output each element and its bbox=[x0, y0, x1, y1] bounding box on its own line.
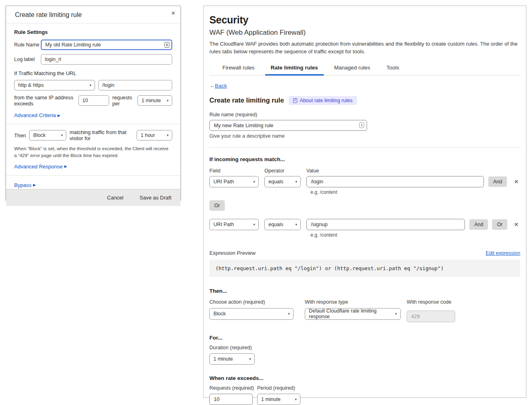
page-description: The Cloudflare WAF provides both automat… bbox=[209, 40, 520, 56]
period-label: Period (required) bbox=[257, 385, 295, 391]
chevron-down-icon: ▾ bbox=[253, 222, 255, 227]
choose-action-label: Choose action (required) bbox=[209, 299, 305, 305]
expression-preview-label: Expression Preview bbox=[209, 250, 255, 256]
requests-label: Requests (required) bbox=[209, 385, 257, 391]
rule-name-label: Rule name (required) bbox=[209, 112, 520, 118]
operator-select[interactable]: equals ▾ bbox=[264, 219, 301, 230]
response-code-label: With response code bbox=[407, 299, 471, 305]
chevron-down-icon: ▾ bbox=[89, 83, 91, 87]
for-heading: For... bbox=[209, 335, 520, 341]
tab-tools[interactable]: Tools bbox=[386, 62, 400, 75]
about-rate-limiting-badge[interactable]: About rate limiting rules bbox=[289, 96, 357, 105]
back-arrow-icon: ← bbox=[209, 83, 215, 89]
rule-settings-heading: Rule Settings bbox=[14, 29, 172, 35]
action-select[interactable]: Block ▾ bbox=[29, 130, 66, 141]
remove-condition-icon[interactable]: ✕ bbox=[512, 220, 520, 229]
tab-managed-rules[interactable]: Managed rules bbox=[334, 62, 371, 75]
document-icon bbox=[293, 98, 297, 103]
log-label-input[interactable] bbox=[41, 54, 172, 65]
value-label: Value bbox=[306, 168, 520, 174]
modal-footer: Cancel Save as Draft bbox=[6, 189, 180, 206]
rule-name-help: Give your rule a descriptive name bbox=[209, 133, 520, 139]
create-rate-limit-modal: Create rate limiting rule × Rule Setting… bbox=[6, 6, 181, 201]
ban-duration-select[interactable]: 1 hour ▾ bbox=[137, 130, 172, 141]
action-select[interactable]: Block ▾ bbox=[209, 308, 293, 320]
divider bbox=[6, 124, 180, 124]
remove-condition-icon[interactable]: ✕ bbox=[512, 178, 520, 186]
chevron-down-icon: ▾ bbox=[253, 180, 255, 184]
chevron-down-icon: ▾ bbox=[295, 222, 297, 227]
threshold-input[interactable] bbox=[78, 95, 109, 106]
chevron-down-icon: ▾ bbox=[295, 180, 297, 184]
operator-select[interactable]: equals ▾ bbox=[264, 176, 301, 187]
bypass-link[interactable]: Bypass ▶ bbox=[14, 182, 36, 188]
edit-expression-link[interactable]: Edit expression bbox=[486, 250, 520, 256]
value-hint: e.g. /content bbox=[310, 189, 520, 195]
field-select[interactable]: URI Path ▾ bbox=[209, 219, 259, 230]
then-text: Then bbox=[14, 132, 26, 138]
divider bbox=[209, 147, 520, 148]
save-as-draft-button[interactable]: Save as Draft bbox=[139, 195, 171, 201]
chevron-down-icon: ▾ bbox=[167, 99, 169, 103]
chevron-right-icon: ▶ bbox=[57, 113, 60, 118]
rate-exceeds-heading: When rate exceeds... bbox=[209, 375, 520, 381]
response-code-input bbox=[407, 311, 455, 322]
chevron-down-icon: ▾ bbox=[288, 312, 290, 316]
operator-label: Operator bbox=[264, 168, 306, 174]
requests-per-text: requests per bbox=[112, 94, 134, 107]
expression-code: (http.request.uri.path eq "/login") or (… bbox=[209, 260, 520, 277]
or-button[interactable]: Or bbox=[492, 219, 507, 230]
and-button[interactable]: And bbox=[488, 176, 507, 187]
duration-select[interactable]: 1 minute ▾ bbox=[209, 353, 255, 365]
modal-header: Create rate limiting rule × bbox=[6, 6, 180, 23]
rule-name-label: Rule Name bbox=[14, 42, 41, 48]
rule-name-input[interactable] bbox=[41, 40, 172, 50]
duration-label: Duration (required) bbox=[209, 345, 520, 350]
or-button[interactable]: Or bbox=[209, 200, 225, 211]
back-link[interactable]: ←Back bbox=[209, 83, 227, 89]
url-input[interactable] bbox=[98, 80, 172, 90]
cancel-button[interactable]: Cancel bbox=[107, 195, 123, 201]
field-select[interactable]: URI Path ▾ bbox=[209, 176, 259, 187]
rate-period-select[interactable]: 1 minute ▾ bbox=[257, 394, 300, 405]
modal-title: Create rate limiting rule bbox=[15, 11, 82, 18]
value-input[interactable] bbox=[306, 219, 465, 230]
advanced-criteria-link[interactable]: Advanced Criteria ▶ bbox=[14, 112, 60, 118]
chevron-down-icon: ▾ bbox=[295, 397, 297, 401]
close-icon[interactable]: × bbox=[171, 10, 175, 17]
value-hint: e.g. /content bbox=[310, 232, 520, 238]
response-type-select[interactable]: Default Cloudflare rate limiting respons… bbox=[305, 308, 401, 320]
page-title: Security bbox=[209, 14, 520, 26]
chevron-down-icon: ▾ bbox=[395, 312, 397, 316]
form-title: Create rate limiting rule bbox=[209, 97, 284, 104]
advanced-response-link[interactable]: Advanced Response ▶ bbox=[14, 164, 67, 170]
scheme-select[interactable]: http & https ▾ bbox=[14, 80, 95, 90]
incoming-requests-heading: If incoming requests match... bbox=[209, 156, 520, 162]
modal-body: Rule Settings Rule Name Log label If Tra… bbox=[6, 23, 180, 189]
chevron-down-icon: ▾ bbox=[167, 133, 169, 137]
period-select[interactable]: 1 minute ▾ bbox=[137, 95, 172, 106]
value-input[interactable] bbox=[306, 176, 484, 187]
threshold-text: from the same IP address exceeds bbox=[14, 94, 75, 107]
tab-rate-limiting-rules[interactable]: Rate limiting rules bbox=[270, 62, 319, 75]
response-type-label: With response type bbox=[305, 299, 407, 305]
rule-name-input[interactable] bbox=[209, 120, 367, 131]
tab-firewall-rules[interactable]: Firewall rules bbox=[222, 62, 255, 75]
condition-row: URI Path ▾ equals ▾ And Or ✕ bbox=[209, 219, 520, 230]
matching-text: matching traffic from that visitor for bbox=[70, 129, 133, 141]
condition-row: URI Path ▾ equals ▾ And ✕ bbox=[209, 176, 520, 187]
block-note: When “Block” is set, when the threshold … bbox=[14, 145, 172, 159]
requests-input[interactable] bbox=[209, 394, 253, 405]
page-subtitle: WAF (Web Application Firewall) bbox=[209, 29, 520, 37]
autofill-icon[interactable] bbox=[165, 42, 169, 48]
and-button[interactable]: And bbox=[469, 219, 488, 230]
traffic-matching-heading: If Traffic Matching the URL bbox=[14, 70, 172, 76]
waf-tabs: Firewall rules Rate limiting rules Manag… bbox=[209, 62, 520, 76]
chevron-right-icon: ▶ bbox=[33, 183, 36, 187]
then-heading: Then... bbox=[209, 288, 520, 294]
chevron-right-icon: ▶ bbox=[64, 164, 67, 168]
field-label: Field bbox=[209, 168, 264, 174]
log-label-label: Log label bbox=[14, 57, 41, 62]
chevron-down-icon: ▾ bbox=[61, 133, 63, 137]
autofill-icon[interactable] bbox=[359, 122, 364, 128]
